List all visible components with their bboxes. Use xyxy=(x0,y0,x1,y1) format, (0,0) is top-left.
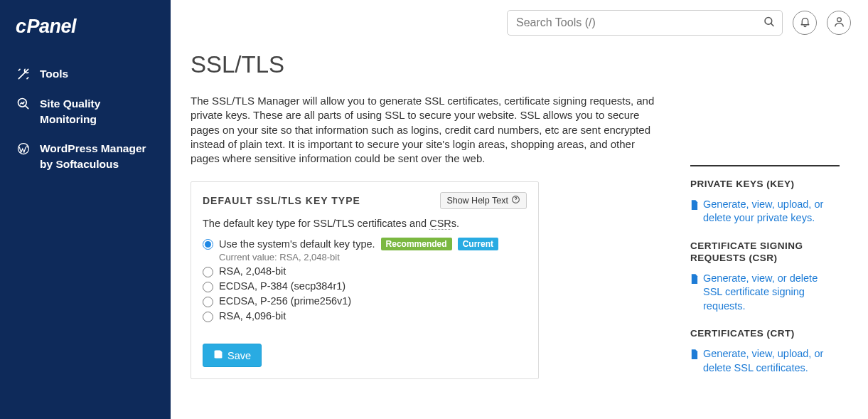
sidebar-item-label: Tools xyxy=(40,66,155,82)
sidebar-item-site-quality[interactable]: Site Quality Monitoring xyxy=(16,89,155,134)
help-icon xyxy=(511,195,520,206)
right-divider xyxy=(690,165,840,166)
radio-label: ECDSA, P-256 (prime256v1) xyxy=(219,295,351,307)
file-icon xyxy=(690,274,699,288)
panel-intro: The default key type for SSL/TLS certifi… xyxy=(203,218,527,229)
radio-rsa-4096[interactable] xyxy=(203,312,213,322)
file-icon xyxy=(690,349,699,364)
wordpress-icon xyxy=(16,141,31,157)
show-help-label: Show Help Text xyxy=(446,196,508,206)
key-type-option-ecdsa-384[interactable]: ECDSA, P-384 (secp384r1) xyxy=(203,280,527,292)
search-wrap xyxy=(507,10,783,36)
sidebar-item-label: WordPress Manager by Softaculous xyxy=(40,141,155,171)
section-title: PRIVATE KEYS (KEY) xyxy=(690,178,840,191)
sidebar-item-tools[interactable]: Tools xyxy=(16,59,155,89)
brand-logo[interactable]: cPanel xyxy=(16,16,155,38)
link-csr[interactable]: Generate, view, or delete SSL certificat… xyxy=(690,272,840,314)
section-title: CERTIFICATES (CRT) xyxy=(690,327,840,340)
link-text: Generate, view, upload, or delete SSL ce… xyxy=(703,347,840,375)
right-column: PRIVATE KEYS (KEY) Generate, view, uploa… xyxy=(690,51,840,389)
file-icon xyxy=(690,200,699,214)
magnify-chart-icon xyxy=(16,96,31,112)
topbar xyxy=(171,0,868,36)
save-icon xyxy=(213,349,223,361)
radio-label: ECDSA, P-384 (secp384r1) xyxy=(219,280,345,292)
key-type-radio-group: Use the system's default key type. Recom… xyxy=(203,238,527,322)
sidebar: cPanel Tools Site Quality Monitoring Wor… xyxy=(0,0,171,419)
user-icon xyxy=(833,16,845,30)
svg-point-5 xyxy=(515,201,516,202)
section-private-keys: PRIVATE KEYS (KEY) Generate, view, uploa… xyxy=(690,178,840,226)
key-type-option-rsa-2048[interactable]: RSA, 2,048-bit xyxy=(203,265,527,277)
account-button[interactable] xyxy=(827,11,851,35)
bell-icon xyxy=(799,16,811,30)
search-input[interactable] xyxy=(507,10,783,36)
save-button-label: Save xyxy=(227,350,251,361)
panel-title: DEFAULT SSL/TLS KEY TYPE xyxy=(203,195,360,206)
page-description: The SSL/TLS Manager will allow you to ge… xyxy=(191,94,666,166)
key-type-option-default[interactable]: Use the system's default key type. Recom… xyxy=(203,238,527,262)
csr-abbr: CSR xyxy=(429,218,451,230)
radio-ecdsa-384[interactable] xyxy=(203,282,213,292)
link-certificates[interactable]: Generate, view, upload, or delete SSL ce… xyxy=(690,347,840,375)
radio-label: Use the system's default key type. xyxy=(219,238,375,250)
key-type-option-ecdsa-256[interactable]: ECDSA, P-256 (prime256v1) xyxy=(203,295,527,307)
key-type-option-rsa-4096[interactable]: RSA, 4,096-bit xyxy=(203,310,527,322)
link-private-keys[interactable]: Generate, view, upload, or delete your p… xyxy=(690,198,840,226)
link-text: Generate, view, upload, or delete your p… xyxy=(703,198,840,226)
radio-rsa-2048[interactable] xyxy=(203,267,213,277)
notifications-button[interactable] xyxy=(793,11,817,35)
section-certificates: CERTIFICATES (CRT) Generate, view, uploa… xyxy=(690,327,840,375)
search-icon xyxy=(763,20,776,31)
link-text: Generate, view, or delete SSL certificat… xyxy=(703,272,840,314)
section-title: CERTIFICATE SIGNING REQUESTS (CSR) xyxy=(690,240,840,265)
svg-point-3 xyxy=(837,18,841,22)
tools-icon xyxy=(16,66,31,82)
section-csr: CERTIFICATE SIGNING REQUESTS (CSR) Gener… xyxy=(690,240,840,314)
search-button[interactable] xyxy=(760,13,778,33)
radio-label: RSA, 4,096-bit xyxy=(219,310,286,322)
svg-rect-6 xyxy=(216,351,220,354)
radio-label: RSA, 2,048-bit xyxy=(219,265,286,277)
save-button[interactable]: Save xyxy=(203,344,262,367)
default-key-type-panel: DEFAULT SSL/TLS KEY TYPE Show Help Text … xyxy=(191,181,539,379)
svg-rect-7 xyxy=(216,355,220,358)
sidebar-item-label: Site Quality Monitoring xyxy=(40,96,155,127)
current-value-text: Current value: RSA, 2,048-bit xyxy=(219,252,527,262)
show-help-button[interactable]: Show Help Text xyxy=(440,192,527,209)
page-title: SSL/TLS xyxy=(191,51,666,78)
radio-ecdsa-256[interactable] xyxy=(203,297,213,307)
radio-system-default[interactable] xyxy=(203,239,213,250)
sidebar-item-wordpress[interactable]: WordPress Manager by Softaculous xyxy=(16,134,155,179)
recommended-badge: Recommended xyxy=(381,238,452,250)
current-badge: Current xyxy=(458,238,498,250)
main: SSL/TLS The SSL/TLS Manager will allow y… xyxy=(171,0,868,419)
